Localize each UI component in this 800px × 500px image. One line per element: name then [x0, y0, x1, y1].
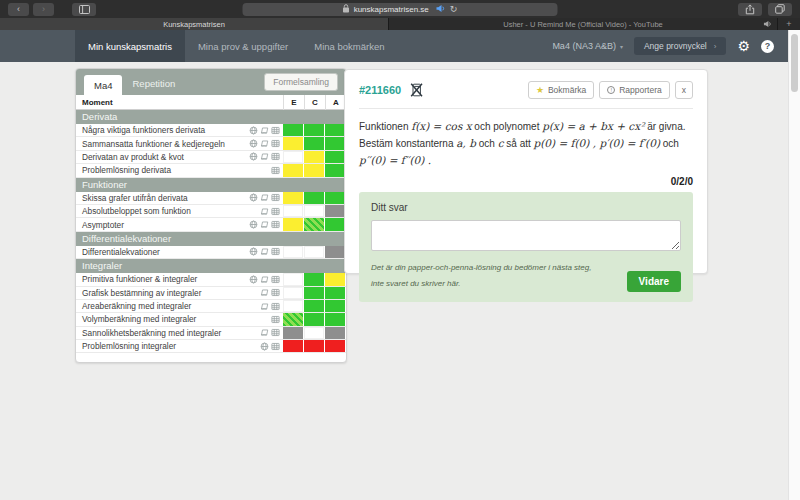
- moment-label[interactable]: Problemlösning derivata: [76, 165, 271, 175]
- grid-icon[interactable]: [271, 315, 280, 324]
- tab-repetition[interactable]: Repetition: [122, 73, 185, 95]
- matrix-cell-green[interactable]: [325, 151, 345, 163]
- nav-item-mina-bokmarken[interactable]: Mina bokmärken: [301, 30, 397, 62]
- book-icon[interactable]: [260, 220, 269, 229]
- scrollbar-thumb[interactable]: [791, 34, 798, 92]
- grid-icon[interactable]: [271, 247, 280, 256]
- matrix-cell-green[interactable]: [325, 164, 345, 176]
- moment-label[interactable]: Asymptoter: [76, 220, 249, 230]
- grid-icon[interactable]: [271, 302, 280, 311]
- book-icon[interactable]: [260, 247, 269, 256]
- matrix-row[interactable]: Några viktiga funktioners derivata: [76, 124, 346, 137]
- matrix-cell-empty[interactable]: [283, 300, 303, 312]
- grid-icon[interactable]: [271, 152, 280, 161]
- matrix-cell-hatched[interactable]: [283, 313, 303, 325]
- bookmark-button[interactable]: ★ Bokmärka: [528, 81, 594, 99]
- grid-icon[interactable]: [271, 207, 280, 216]
- matrix-row[interactable]: Grafisk bestämning av integraler: [76, 287, 346, 300]
- provnyckel-button[interactable]: Ange provnyckel ›: [634, 37, 727, 55]
- matrix-cell-green[interactable]: [325, 300, 345, 312]
- matrix-cell-gray[interactable]: [283, 327, 303, 339]
- moment-label[interactable]: Areaberäkning med integraler: [76, 301, 260, 311]
- globe-icon[interactable]: [260, 342, 269, 351]
- matrix-cell-green[interactable]: [304, 124, 324, 136]
- tab-overview-icon[interactable]: [768, 3, 792, 16]
- grid-icon[interactable]: [271, 275, 280, 284]
- globe-icon[interactable]: [249, 139, 258, 148]
- nav-item-mina-prov[interactable]: Mina prov & uppgifter: [185, 30, 301, 62]
- matrix-cell-empty[interactable]: [283, 205, 303, 217]
- grid-icon[interactable]: [271, 126, 280, 135]
- matrix-cell-empty[interactable]: [283, 246, 303, 258]
- matrix-cell-green[interactable]: [325, 287, 345, 299]
- matrix-cell-green[interactable]: [325, 137, 345, 149]
- new-tab-icon[interactable]: +: [778, 18, 800, 30]
- matrix-cell-yellow[interactable]: [283, 218, 303, 230]
- matrix-cell-green[interactable]: [325, 124, 345, 136]
- matrix-cell-red[interactable]: [304, 340, 324, 352]
- matrix-cell-green[interactable]: [304, 287, 324, 299]
- moment-label[interactable]: Differentialekvationer: [76, 247, 249, 257]
- matrix-cell-empty[interactable]: [283, 273, 303, 285]
- book-icon[interactable]: [260, 328, 269, 337]
- grid-icon[interactable]: [271, 328, 280, 337]
- matrix-row[interactable]: Primitiva funktioner & integraler: [76, 273, 346, 286]
- matrix-row[interactable]: Skissa grafer utifrån derivata: [76, 192, 346, 205]
- globe-icon[interactable]: [249, 193, 258, 202]
- back-icon[interactable]: ‹: [8, 3, 29, 16]
- matrix-cell-yellow[interactable]: [304, 164, 324, 176]
- share-icon[interactable]: [738, 3, 762, 16]
- grid-icon[interactable]: [271, 193, 280, 202]
- matrix-cell-green[interactable]: [304, 192, 324, 204]
- moment-label[interactable]: Absolutbeloppet som funktion: [76, 206, 260, 216]
- sidebar-icon[interactable]: [72, 3, 96, 16]
- matrix-cell-gray[interactable]: [325, 246, 345, 258]
- matrix-cell-green[interactable]: [325, 218, 345, 230]
- matrix-row[interactable]: Absolutbeloppet som funktion: [76, 205, 346, 218]
- matrix-cell-gray[interactable]: [325, 205, 345, 217]
- matrix-row[interactable]: Problemlösning integraler: [76, 340, 346, 353]
- help-icon[interactable]: ?: [761, 40, 774, 53]
- book-icon[interactable]: [260, 302, 269, 311]
- moment-label[interactable]: Volymberäkning med integraler: [76, 314, 271, 324]
- moment-label[interactable]: Sannolikhetsberäkning med integraler: [76, 328, 260, 338]
- grid-icon[interactable]: [271, 288, 280, 297]
- report-button[interactable]: ! Rapportera: [599, 81, 670, 99]
- matrix-cell-green[interactable]: [304, 313, 324, 325]
- matrix-cell-green[interactable]: [304, 137, 324, 149]
- tab-ma4[interactable]: Ma4: [84, 75, 122, 95]
- book-icon[interactable]: [260, 126, 269, 135]
- matrix-cell-green[interactable]: [325, 192, 345, 204]
- matrix-cell-empty[interactable]: [304, 327, 324, 339]
- matrix-cell-empty[interactable]: [304, 246, 324, 258]
- matrix-cell-empty[interactable]: [304, 205, 324, 217]
- grid-icon[interactable]: [271, 166, 280, 175]
- matrix-cell-empty[interactable]: [283, 151, 303, 163]
- vidare-button[interactable]: Vidare: [627, 271, 681, 292]
- browser-tab-youtube[interactable]: Usher - U Remind Me (Official Video) - Y…: [389, 18, 778, 30]
- moment-label[interactable]: Sammansatta funktioner & kedjeregeln: [76, 139, 249, 149]
- grid-icon[interactable]: [271, 342, 280, 351]
- matrix-cell-green[interactable]: [304, 273, 324, 285]
- globe-icon[interactable]: [249, 275, 258, 284]
- page-scrollbar[interactable]: [788, 30, 800, 500]
- matrix-row[interactable]: Areaberäkning med integraler: [76, 300, 346, 313]
- book-icon[interactable]: [260, 193, 269, 202]
- globe-icon[interactable]: [249, 247, 258, 256]
- matrix-row[interactable]: Sammansatta funktioner & kedjeregeln: [76, 137, 346, 150]
- book-icon[interactable]: [260, 207, 269, 216]
- tab-audio-icon[interactable]: [763, 20, 772, 30]
- formelsamling-button[interactable]: Formelsamling: [264, 73, 338, 91]
- globe-icon[interactable]: [249, 126, 258, 135]
- grid-icon[interactable]: [271, 139, 280, 148]
- matrix-cell-green[interactable]: [283, 124, 303, 136]
- matrix-cell-yellow[interactable]: [283, 137, 303, 149]
- course-dropdown[interactable]: Ma4 (NA3 A&B) ▾: [552, 41, 623, 51]
- matrix-row[interactable]: Problemlösning derivata: [76, 164, 346, 177]
- moment-label[interactable]: Primitiva funktioner & integraler: [76, 274, 249, 284]
- matrix-cell-green[interactable]: [325, 313, 345, 325]
- matrix-cell-red[interactable]: [325, 340, 345, 352]
- matrix-row[interactable]: Differentialekvationer: [76, 246, 346, 259]
- audio-playing-icon[interactable]: [436, 4, 446, 15]
- matrix-row[interactable]: Asymptoter: [76, 218, 346, 231]
